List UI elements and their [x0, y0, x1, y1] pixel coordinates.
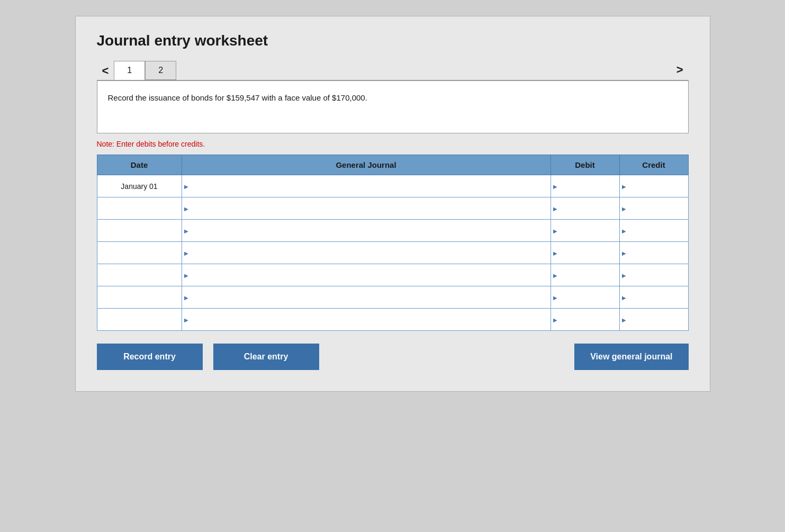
buttons-row: Record entry Clear entry View general jo…: [97, 344, 689, 370]
table-row: [97, 264, 688, 286]
cell-debit-6[interactable]: [551, 309, 619, 331]
input-journal-3[interactable]: [191, 248, 546, 258]
tabs-wrapper: 1 2: [114, 61, 671, 80]
cell-date-1: [97, 197, 182, 220]
record-entry-button[interactable]: Record entry: [97, 344, 203, 370]
input-journal-0[interactable]: [191, 181, 546, 192]
cell-debit-5[interactable]: [551, 286, 619, 309]
next-arrow[interactable]: >: [671, 60, 689, 80]
cell-credit-5[interactable]: [619, 286, 688, 309]
tab-1[interactable]: 1: [114, 61, 145, 80]
input-credit-5[interactable]: [628, 292, 684, 303]
input-credit-2[interactable]: [628, 226, 684, 236]
input-credit-6[interactable]: [628, 314, 684, 325]
col-header-debit: Debit: [551, 155, 619, 175]
table-row: [97, 242, 688, 264]
input-credit-4[interactable]: [628, 270, 684, 281]
cell-journal-1[interactable]: [182, 197, 551, 220]
input-debit-4[interactable]: [560, 270, 615, 281]
col-header-journal: General Journal: [182, 155, 551, 175]
input-journal-2[interactable]: [191, 226, 546, 236]
input-journal-1[interactable]: [191, 203, 546, 214]
cell-date-5: [97, 286, 182, 309]
input-journal-6[interactable]: [191, 314, 546, 325]
cell-journal-2[interactable]: [182, 220, 551, 242]
col-header-credit: Credit: [619, 155, 688, 175]
input-debit-0[interactable]: [560, 181, 615, 192]
input-journal-4[interactable]: [191, 270, 546, 281]
view-general-journal-button[interactable]: View general journal: [574, 344, 688, 370]
table-row: [97, 286, 688, 309]
note-text: Note: Enter debits before credits.: [97, 140, 689, 148]
cell-date-3: [97, 242, 182, 264]
cell-debit-1[interactable]: [551, 197, 619, 220]
cell-credit-1[interactable]: [619, 197, 688, 220]
cell-credit-3[interactable]: [619, 242, 688, 264]
page-title: Journal entry worksheet: [97, 32, 689, 49]
journal-table: Date General Journal Debit Credit Januar…: [97, 155, 689, 331]
cell-debit-2[interactable]: [551, 220, 619, 242]
cell-journal-6[interactable]: [182, 309, 551, 331]
table-body: January 01: [97, 175, 688, 331]
cell-journal-0[interactable]: [182, 175, 551, 197]
input-debit-2[interactable]: [560, 226, 615, 236]
cell-credit-0[interactable]: [619, 175, 688, 197]
prev-arrow[interactable]: <: [97, 62, 114, 80]
input-credit-0[interactable]: [628, 181, 684, 192]
description-box: Record the issuance of bonds for $159,54…: [97, 80, 689, 133]
input-debit-3[interactable]: [560, 248, 615, 258]
input-debit-1[interactable]: [560, 203, 615, 214]
main-container: Journal entry worksheet < 1 2 > Record t…: [75, 16, 710, 392]
description-text: Record the issuance of bonds for $159,54…: [108, 93, 367, 102]
input-debit-5[interactable]: [560, 292, 615, 303]
col-header-date: Date: [97, 155, 182, 175]
cell-journal-5[interactable]: [182, 286, 551, 309]
input-journal-5[interactable]: [191, 292, 546, 303]
cell-journal-3[interactable]: [182, 242, 551, 264]
table-row: [97, 309, 688, 331]
clear-entry-button[interactable]: Clear entry: [213, 344, 319, 370]
table-row: [97, 197, 688, 220]
table-row: [97, 220, 688, 242]
tab-2[interactable]: 2: [145, 61, 176, 80]
cell-credit-4[interactable]: [619, 264, 688, 286]
cell-date-4: [97, 264, 182, 286]
cell-date-6: [97, 309, 182, 331]
tabs-container: < 1 2 >: [97, 60, 689, 80]
cell-debit-3[interactable]: [551, 242, 619, 264]
cell-date-2: [97, 220, 182, 242]
input-debit-6[interactable]: [560, 314, 615, 325]
cell-date-0: January 01: [97, 175, 182, 197]
cell-debit-0[interactable]: [551, 175, 619, 197]
cell-debit-4[interactable]: [551, 264, 619, 286]
table-header: Date General Journal Debit Credit: [97, 155, 688, 175]
input-credit-3[interactable]: [628, 248, 684, 258]
cell-journal-4[interactable]: [182, 264, 551, 286]
input-credit-1[interactable]: [628, 203, 684, 214]
table-row: January 01: [97, 175, 688, 197]
cell-credit-6[interactable]: [619, 309, 688, 331]
cell-credit-2[interactable]: [619, 220, 688, 242]
